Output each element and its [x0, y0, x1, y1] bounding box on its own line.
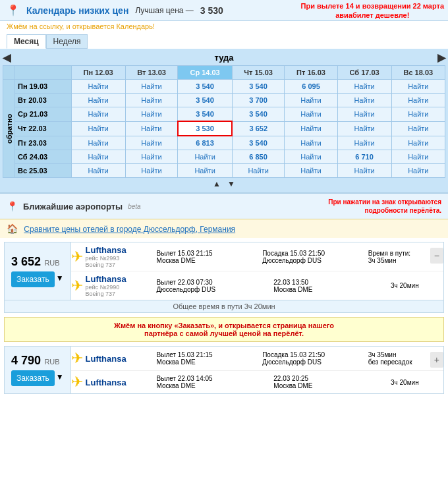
cell-4-6[interactable]: Найти — [391, 136, 445, 150]
arrive-info-1-0: Посадка 15.03 21:50 Дюссельдорф DUS — [262, 250, 362, 264]
cell-3-5[interactable]: Найти — [337, 121, 391, 136]
cell-5-5[interactable]: 6 710 — [337, 150, 391, 164]
cell-3-2[interactable]: 3 530 — [178, 121, 232, 136]
cell-5-2[interactable]: Найти — [178, 150, 232, 164]
flight-segments-1: ✈ Lufthansa рейс №2993 Boeing 737 Вылет … — [71, 242, 443, 300]
col-header-4: Пт 16.03 — [285, 66, 337, 80]
cell-6-6[interactable]: Найти — [391, 164, 445, 178]
cell-1-1[interactable]: Найти — [125, 94, 178, 107]
arrive-time-1-0: Посадка 15.03 21:50 — [262, 250, 362, 257]
cell-2-6[interactable]: Найти — [391, 107, 445, 122]
hotels-section: 🏠 Сравните цены отелей в городе Дюссельд… — [0, 219, 448, 238]
prev-arrow[interactable]: ◀ — [3, 51, 11, 64]
cell-1-5[interactable]: Найти — [337, 94, 391, 107]
up-arrow[interactable]: ▲ — [213, 179, 221, 188]
cell-6-0[interactable]: Найти — [71, 164, 125, 178]
duration-1-1: 3ч 20мин — [391, 282, 443, 289]
depart-city-2-0: Москва DME — [157, 358, 256, 366]
airline-logo-2-1: ✈ Lufthansa — [71, 374, 150, 391]
beta-badge: beta — [128, 203, 140, 210]
down-arrow[interactable]: ▼ — [227, 179, 235, 188]
cell-3-4[interactable]: Найти — [285, 121, 337, 136]
cell-1-2[interactable]: 3 540 — [178, 94, 232, 107]
calendar-link-text: Жмём на ссылку, и открывается Календарь! — [0, 21, 448, 32]
hotels-link[interactable]: Сравните цены отелей в городе Дюссельдор… — [24, 225, 235, 234]
cell-3-6[interactable]: Найти — [391, 121, 445, 136]
order-button-1[interactable]: Заказать — [11, 271, 55, 287]
cell-2-5[interactable]: Найти — [337, 107, 391, 122]
tab-month[interactable]: Месяц — [7, 34, 46, 49]
cell-4-3[interactable]: 3 540 — [232, 136, 285, 150]
aircraft-1-1: Boeing 737 — [86, 291, 126, 297]
plus-btn-2[interactable]: + — [430, 352, 443, 368]
cell-2-3[interactable]: 3 540 — [232, 107, 285, 122]
airports-title: Ближайшие аэропорты — [23, 202, 123, 211]
flight-result-2-header: 4 790 RUB Заказать ▼ ✈ Lufthansa Вылет 1… — [5, 347, 443, 393]
cell-6-4[interactable]: Найти — [285, 164, 337, 178]
arrive-time-2-0: Посадка 15.03 21:50 — [262, 351, 362, 358]
hotels-icon: 🏠 — [7, 223, 18, 234]
price-value-2: 4 790 — [11, 354, 41, 367]
arrive-time-1-1: 22.03 13:50 — [273, 279, 384, 286]
cell-4-0[interactable]: Найти — [71, 136, 125, 150]
cell-1-6[interactable]: Найти — [391, 94, 445, 107]
airports-annotation: При нажатии на знак открываются подробно… — [146, 198, 441, 215]
pin-icon: 📍 — [7, 4, 20, 16]
cell-1-4[interactable]: Найти — [285, 94, 337, 107]
calendar-title: Календарь низких цен — [26, 5, 128, 16]
cell-6-2[interactable]: Найти — [178, 164, 232, 178]
minus-btn-1[interactable]: − — [430, 248, 443, 264]
row-label-1: Вт 20.03 — [15, 94, 72, 107]
cell-1-3[interactable]: 3 700 — [232, 94, 285, 107]
total-time-1: Общее время в пути 3ч 20мин — [5, 300, 443, 312]
cell-0-0[interactable]: Найти — [71, 80, 125, 94]
cell-3-0[interactable]: Найти — [71, 121, 125, 136]
price-value-1: 3 652 — [11, 255, 41, 268]
cell-0-1[interactable]: Найти — [125, 80, 178, 94]
cell-6-1[interactable]: Найти — [125, 164, 178, 178]
cell-4-1[interactable]: Найти — [125, 136, 178, 150]
cell-3-1[interactable]: Найти — [125, 121, 178, 136]
cell-0-5[interactable]: Найти — [337, 80, 391, 94]
cell-5-3[interactable]: 6 850 — [232, 150, 285, 164]
calendar-grid-table: Пн 12.03 Вт 13.03 Ср 14.03 Чт 15.03 Пт 1… — [3, 65, 445, 178]
cell-2-0[interactable]: Найти — [71, 107, 125, 122]
cell-6-3[interactable]: Найти — [232, 164, 285, 178]
cell-2-1[interactable]: Найти — [125, 107, 178, 122]
arrive-city-1-1: Москва DME — [273, 286, 384, 293]
flight-result-1: 3 652 RUB Заказать ▼ ✈ Lufthansa рейс №2… — [4, 242, 444, 313]
arrive-time-2-1: 22.03 20:25 — [273, 375, 384, 382]
lufthansa-name-2-0: Lufthansa — [86, 354, 126, 364]
cell-0-6[interactable]: Найти — [391, 80, 445, 94]
flight-num-1-1: рейс №2990 — [86, 284, 126, 291]
order-button-2[interactable]: Заказать — [11, 370, 55, 386]
next-arrow[interactable]: ▶ — [437, 51, 445, 64]
cell-5-4[interactable]: Найти — [285, 150, 337, 164]
cell-4-2[interactable]: 6 813 — [178, 136, 232, 150]
cell-6-5[interactable]: Найти — [337, 164, 391, 178]
cell-0-3[interactable]: 3 540 — [232, 80, 285, 94]
tab-week[interactable]: Неделя — [46, 34, 88, 49]
best-price-label: Лучшая цена — — [135, 6, 193, 15]
grid-nav-bar: ◀ туда ▶ — [3, 51, 445, 64]
cell-5-1[interactable]: Найти — [125, 150, 178, 164]
cell-5-6[interactable]: Найти — [391, 150, 445, 164]
cell-1-0[interactable]: Найти — [71, 94, 125, 107]
cell-5-0[interactable]: Найти — [71, 150, 125, 164]
cell-2-2[interactable]: 3 540 — [178, 107, 232, 122]
dropdown-arrow-2[interactable]: ▼ — [56, 372, 64, 381]
flight-result-2: 4 790 RUB Заказать ▼ ✈ Lufthansa Вылет 1… — [4, 346, 444, 394]
price-block-1: 3 652 RUB Заказать ▼ — [5, 242, 71, 300]
price-amount-1: 3 652 RUB — [11, 255, 60, 269]
top-annotation: При вылете 14 и возвращении 22 марта ави… — [301, 1, 444, 20]
row-label-6: Вс 25.03 — [15, 164, 72, 178]
cell-0-2[interactable]: 3 540 — [178, 80, 232, 94]
obratno-header-cell — [3, 66, 15, 80]
cell-3-3[interactable]: 3 652 — [232, 121, 285, 136]
cell-4-5[interactable]: Найти — [337, 136, 391, 150]
dropdown-arrow-1[interactable]: ▼ — [56, 273, 64, 283]
cell-2-4[interactable]: Найти — [285, 107, 337, 122]
cell-0-4[interactable]: 6 095 — [285, 80, 337, 94]
arrive-info-1-1: 22.03 13:50 Москва DME — [273, 279, 384, 293]
cell-4-4[interactable]: Найти — [285, 136, 337, 150]
